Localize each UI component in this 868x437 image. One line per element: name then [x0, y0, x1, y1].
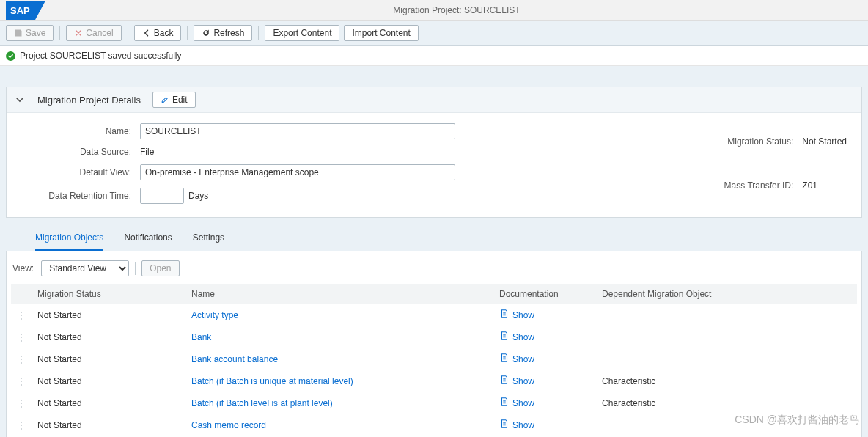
drag-handle[interactable]: ⋮ — [11, 304, 32, 326]
document-icon — [499, 309, 510, 321]
migration-objects-table: Migration Status Name Documentation Depe… — [11, 284, 857, 437]
cell-name: Bank — [185, 326, 493, 348]
object-link[interactable]: Activity type — [191, 310, 238, 320]
objects-table-panel: View: Standard View Open Migration Statu… — [6, 251, 862, 437]
save-label: Save — [26, 28, 45, 38]
sap-logo: SAP — [6, 1, 45, 20]
cell-status: Not Started — [32, 414, 185, 436]
document-icon — [499, 331, 510, 343]
data-retention-input[interactable] — [140, 188, 184, 204]
chevron-left-icon — [142, 29, 151, 37]
cell-documentation: Show — [493, 348, 596, 370]
back-label: Back — [154, 28, 174, 38]
tab-notifications[interactable]: Notifications — [124, 225, 172, 251]
object-link[interactable]: Bank — [191, 332, 211, 342]
import-label: Import Content — [352, 28, 410, 38]
tab-settings[interactable]: Settings — [193, 225, 224, 251]
cancel-button: Cancel — [66, 25, 121, 41]
table-row[interactable]: ⋮Not StartedBatch (if Batch level is at … — [11, 392, 857, 414]
back-button[interactable]: Back — [134, 25, 182, 41]
show-link[interactable]: Show — [512, 398, 534, 408]
cell-status: Not Started — [32, 392, 185, 414]
migration-status-value: Not Started — [802, 136, 847, 147]
table-row[interactable]: ⋮Not StartedBankShow — [11, 326, 857, 348]
col-dependent[interactable]: Dependent Migration Object — [596, 284, 857, 304]
page-title: Migration Project: SOURCELIST — [51, 5, 862, 15]
cell-dependent: Characteristic — [596, 392, 857, 414]
table-row[interactable]: ⋮Not StartedBatch (if Batch is unique at… — [11, 370, 857, 392]
name-input[interactable] — [140, 123, 455, 139]
table-row[interactable]: ⋮Not StartedCash memo recordShow — [11, 414, 857, 436]
app-header: SAP Migration Project: SOURCELIST — [0, 0, 868, 21]
message-strip: Project SOURCELIST saved successfully — [0, 46, 868, 66]
refresh-label: Refresh — [213, 28, 244, 38]
export-content-button[interactable]: Export Content — [265, 25, 339, 41]
message-text: Project SOURCELIST saved successfully — [20, 51, 182, 61]
drag-handle[interactable]: ⋮ — [11, 326, 32, 348]
cell-documentation: Show — [493, 392, 596, 414]
object-link[interactable]: Bank account balance — [191, 354, 278, 364]
cell-dependent: Characteristic — [596, 370, 857, 392]
view-select[interactable]: Standard View — [41, 260, 129, 276]
document-icon — [499, 397, 510, 409]
cell-status: Not Started — [32, 370, 185, 392]
data-retention-unit: Days — [188, 191, 208, 201]
details-panel: Migration Project Details Edit Name: Dat… — [6, 87, 862, 218]
app-toolbar: Save Cancel Back Refresh Export Content … — [0, 21, 868, 46]
drag-handle[interactable]: ⋮ — [11, 348, 32, 370]
object-link[interactable]: Batch (if Batch level is at plant level) — [191, 398, 333, 408]
table-row[interactable]: ⋮Not StartedBank account balanceShow — [11, 348, 857, 370]
pencil-icon — [161, 95, 169, 104]
separator — [187, 26, 188, 40]
import-content-button[interactable]: Import Content — [344, 25, 418, 41]
default-view-label: Default View: — [21, 167, 131, 177]
tab-migration-objects[interactable]: Migration Objects — [35, 225, 103, 251]
collapse-toggle[interactable] — [14, 94, 26, 106]
cell-documentation: Show — [493, 414, 596, 436]
open-label: Open — [150, 263, 171, 273]
save-button: Save — [6, 25, 54, 41]
cell-dependent — [596, 304, 857, 326]
refresh-button[interactable]: Refresh — [194, 25, 252, 41]
edit-button[interactable]: Edit — [152, 92, 196, 108]
cell-name: Activity type — [185, 304, 493, 326]
cell-dependent — [596, 348, 857, 370]
cell-documentation: Show — [493, 370, 596, 392]
cell-documentation: Show — [493, 326, 596, 348]
cell-name: Batch (if Batch is unique at material le… — [185, 370, 493, 392]
cell-name: Bank account balance — [185, 348, 493, 370]
close-icon — [74, 29, 83, 37]
cell-status: Not Started — [32, 304, 185, 326]
document-icon — [499, 419, 510, 431]
open-button: Open — [141, 260, 179, 276]
cell-dependent — [596, 326, 857, 348]
success-icon — [6, 51, 15, 61]
col-migration-status[interactable]: Migration Status — [32, 284, 185, 304]
default-view-input[interactable] — [140, 164, 455, 180]
data-source-label: Data Source: — [21, 147, 131, 157]
chevron-down-icon — [14, 94, 26, 106]
separator — [128, 26, 128, 40]
show-link[interactable]: Show — [512, 310, 534, 320]
show-link[interactable]: Show — [512, 332, 534, 342]
drag-handle[interactable]: ⋮ — [11, 414, 32, 436]
drag-handle[interactable]: ⋮ — [11, 370, 32, 392]
cell-status: Not Started — [32, 326, 185, 348]
content-area: Migration Project Details Edit Name: Dat… — [0, 79, 868, 437]
object-link[interactable]: Batch (if Batch is unique at material le… — [191, 376, 353, 386]
table-row[interactable]: ⋮Not StartedActivity typeShow — [11, 304, 857, 326]
panel-title: Migration Project Details — [37, 95, 141, 106]
object-link[interactable]: Cash memo record — [191, 420, 266, 430]
drag-handle[interactable]: ⋮ — [11, 392, 32, 414]
edit-label: Edit — [172, 95, 188, 105]
cell-status: Not Started — [32, 348, 185, 370]
cell-name: Cash memo record — [185, 414, 493, 436]
mass-transfer-id-label: Mass Transfer ID: — [698, 180, 793, 191]
col-documentation[interactable]: Documentation — [493, 284, 596, 304]
show-link[interactable]: Show — [512, 354, 534, 364]
show-link[interactable]: Show — [512, 420, 534, 430]
show-link[interactable]: Show — [512, 376, 534, 386]
col-name[interactable]: Name — [185, 284, 493, 304]
migration-status-label: Migration Status: — [698, 136, 793, 147]
cell-dependent — [596, 414, 857, 436]
